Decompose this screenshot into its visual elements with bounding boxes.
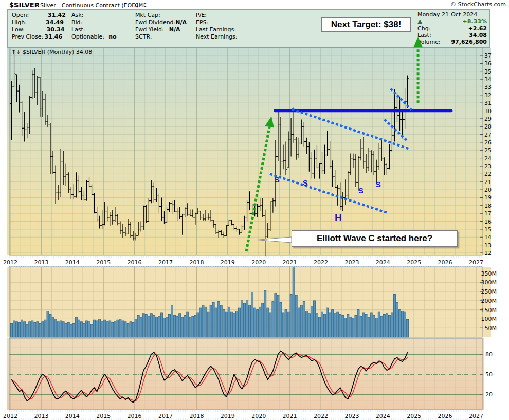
x-axis-years-bottom: 2012201320142015201620172018201920202021… bbox=[3, 413, 483, 419]
svg-text:2027: 2027 bbox=[469, 259, 483, 266]
quote-label: SCTR: bbox=[135, 33, 152, 41]
svg-text:2014: 2014 bbox=[65, 413, 80, 419]
quote-label: Last Earnings: bbox=[196, 26, 236, 33]
svg-text:S: S bbox=[358, 186, 363, 195]
quote-row: Optionable:no bbox=[71, 33, 112, 41]
svg-text:2020: 2020 bbox=[251, 259, 266, 266]
svg-text:S: S bbox=[275, 175, 280, 184]
callout-tail bbox=[257, 237, 292, 243]
quote-column-prices: Open:31.42High:34.49Low:30.34Prev Close:… bbox=[12, 12, 61, 41]
svg-text:20: 20 bbox=[484, 187, 492, 193]
quote-date: Monday 21-Oct-2024 bbox=[417, 11, 487, 18]
svg-text:S: S bbox=[376, 180, 381, 189]
svg-text:2018: 2018 bbox=[189, 259, 204, 266]
svg-text:36: 36 bbox=[484, 60, 492, 67]
svg-text:34: 34 bbox=[484, 76, 492, 83]
volume-row: Volume: 97,626,800 bbox=[417, 39, 487, 45]
svg-text:26: 26 bbox=[484, 139, 492, 146]
volume-gridlines bbox=[9, 267, 482, 337]
quote-value: 30.34 bbox=[47, 26, 65, 33]
quote-row: Bid: bbox=[71, 19, 112, 26]
svg-text:H: H bbox=[335, 212, 342, 223]
svg-text:100M: 100M bbox=[481, 316, 497, 322]
quote-column-earnings: P/E:EPS:Last Earnings:Next Earnings: bbox=[196, 12, 238, 41]
svg-text:2019: 2019 bbox=[221, 259, 235, 266]
sh-letters: SSSSH bbox=[275, 175, 381, 223]
quote-row: Last: bbox=[71, 26, 112, 33]
svg-text:2013: 2013 bbox=[34, 413, 48, 419]
svg-text:29: 29 bbox=[484, 116, 492, 122]
svg-text:2023: 2023 bbox=[344, 413, 359, 419]
quote-label: Open: bbox=[12, 12, 29, 19]
svg-text:2019: 2019 bbox=[221, 413, 235, 419]
svg-text:25: 25 bbox=[484, 147, 492, 154]
neckline bbox=[270, 174, 387, 212]
last-value: 34.08 bbox=[469, 32, 487, 39]
indicator-line bbox=[12, 351, 408, 403]
svg-text:2026: 2026 bbox=[438, 413, 452, 419]
svg-text:23: 23 bbox=[484, 163, 492, 170]
quote-row: Last Earnings: bbox=[196, 26, 238, 33]
svg-text:2012: 2012 bbox=[3, 413, 17, 419]
svg-text:32: 32 bbox=[484, 92, 492, 99]
svg-text:15: 15 bbox=[484, 226, 492, 233]
svg-text:18: 18 bbox=[484, 203, 492, 209]
svg-text:150M: 150M bbox=[481, 307, 497, 314]
svg-text:350M: 350M bbox=[481, 270, 497, 277]
svg-text:300M: 300M bbox=[481, 279, 497, 286]
svg-text:31: 31 bbox=[484, 100, 492, 106]
svg-text:200M: 200M bbox=[481, 298, 497, 304]
symbol-description: Silver - Continuous Contract (EOD) bbox=[40, 2, 138, 9]
price-bars bbox=[10, 51, 409, 256]
change-value: +2.62 bbox=[468, 25, 487, 32]
quote-value: N/A bbox=[169, 26, 180, 33]
svg-text:33: 33 bbox=[484, 84, 492, 90]
quote-value: 31.42 bbox=[48, 12, 66, 19]
svg-text:250M: 250M bbox=[481, 288, 497, 295]
quote-label: EPS: bbox=[196, 19, 208, 26]
last-row: Last: 34.08 bbox=[417, 32, 487, 39]
svg-text:2016: 2016 bbox=[128, 259, 142, 266]
volume-bars bbox=[11, 268, 409, 337]
svg-text:27: 27 bbox=[484, 132, 492, 138]
svg-text:2021: 2021 bbox=[283, 413, 297, 419]
quote-value: 31.46 bbox=[44, 33, 62, 40]
svg-text:30: 30 bbox=[484, 108, 492, 115]
svg-text:2012: 2012 bbox=[3, 259, 17, 266]
chart-canvas: 1213141516171819202122232425262728293031… bbox=[0, 0, 509, 420]
svg-text:2016: 2016 bbox=[128, 413, 142, 419]
svg-text:12: 12 bbox=[484, 250, 492, 257]
svg-text:21: 21 bbox=[484, 179, 492, 186]
quote-row: P/E: bbox=[196, 12, 238, 19]
x-axis-years-main: 2012201320142015201620172018201920202021… bbox=[3, 259, 483, 266]
quote-label: Prev Close: bbox=[12, 33, 43, 41]
quote-label: Ask: bbox=[71, 12, 83, 19]
svg-text:2027: 2027 bbox=[469, 413, 483, 419]
svg-text:17: 17 bbox=[484, 210, 492, 217]
quote-label: Fwd Yield: bbox=[135, 26, 164, 33]
svg-text:2020: 2020 bbox=[251, 413, 266, 419]
up-triangle-icon: ▲ bbox=[417, 17, 422, 25]
copyright-link[interactable]: © StockCharts.com bbox=[450, 1, 506, 8]
svg-text:50: 50 bbox=[485, 371, 493, 378]
quote-row: High:34.49 bbox=[12, 19, 61, 26]
svg-text:19: 19 bbox=[484, 194, 492, 201]
svg-text:13: 13 bbox=[484, 242, 492, 249]
quote-row: Next Earnings: bbox=[196, 33, 238, 41]
svg-text:50M: 50M bbox=[485, 325, 497, 332]
quote-label: P/E: bbox=[196, 12, 207, 19]
quote-summary-box: Monday 21-Oct-2024 ▲ +8.33% Chg: +2.62 L… bbox=[414, 10, 489, 47]
quote-row: Mkt Cap: bbox=[135, 12, 187, 19]
change-row: Chg: +2.62 bbox=[417, 25, 487, 32]
svg-text:2025: 2025 bbox=[407, 413, 421, 419]
percent-change: +8.33% bbox=[463, 18, 487, 25]
svg-text:2017: 2017 bbox=[158, 413, 173, 419]
quote-row: Prev Close:31.46 bbox=[12, 33, 61, 41]
quote-row: Low:30.34 bbox=[12, 26, 61, 33]
svg-text:2023: 2023 bbox=[344, 259, 359, 266]
quote-row: EPS: bbox=[196, 19, 238, 26]
indicator-smoothed-line bbox=[12, 353, 408, 401]
next-target-annotation: Next Target: $38! bbox=[321, 17, 411, 32]
quote-panel: Open:31.42High:34.49Low:30.34Prev Close:… bbox=[7, 9, 490, 48]
quote-label: High: bbox=[12, 19, 27, 26]
